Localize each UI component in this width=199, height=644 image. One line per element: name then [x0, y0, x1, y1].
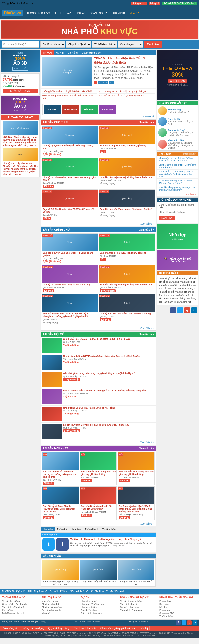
kp-tab-3[interactable]: Phòng khách: [83, 527, 100, 531]
category-select[interactable]: Chọn loại địa ốc: [66, 41, 91, 48]
sitemap-link-3-3[interactable]: Các dự án khác: [81, 609, 118, 612]
sitemap-link-1-2[interactable]: Tài chính - Công thuật: [2, 606, 39, 608]
search-input[interactable]: [2, 41, 39, 48]
cafe-more-link[interactable]: Xem thêm »: [184, 193, 196, 196]
nav-doanh-nghiep[interactable]: DOANH NGHIỆP: [88, 11, 110, 16]
tour-banner-1[interactable]: CÙNG DIAOCOLINE TOUR ẢO 3D XEM CHI TIẾT: [1, 50, 39, 72]
khao-sat-button[interactable]: KHẢO SÁT NGAY: [3, 88, 38, 93]
info-link-1[interactable]: Những phổi mua bán chờ giá thật biết mất…: [42, 90, 92, 92]
viewall-moinhat[interactable]: Xem tất cả »: [139, 447, 154, 450]
opera-ad[interactable]: RESIDENCES THE OPERA 30% CHIẾT KHẤU NHẬN…: [157, 50, 198, 100]
kp-tab-0[interactable]: Khám phá: [41, 527, 55, 531]
them-quyen-ad[interactable]: 🍳 THÊM QUYẾN RŨ CÙNG SẮC THU: [157, 250, 198, 270]
footer-link-0[interactable]: Về chúng tôi: [2, 626, 19, 630]
sitemap-link-2-4[interactable]: Văn phòng: [41, 612, 79, 614]
sitemap-link-5-0[interactable]: Phong thủy: [160, 600, 197, 602]
info-link-4[interactable]: Các thủ tục nhà đất và cải, tách quyền h…: [99, 94, 144, 97]
sitemap-link-5-5[interactable]: Thương hiệu: [160, 615, 197, 617]
login-button[interactable]: Đăng nhập: [131, 2, 146, 6]
info-link-2[interactable]: Con của người tài "cất k.thị" bong mặt t…: [99, 90, 146, 92]
tab-danang[interactable]: Đà Nẵng: [66, 50, 80, 55]
page-1[interactable]: 1: [94, 81, 97, 84]
sitemap-link-5-1[interactable]: Kiến trúc: [160, 603, 197, 606]
sitemap-link-3-1[interactable]: Khu hợp - Thương mại: [81, 603, 118, 606]
district-select[interactable]: Quận/huyện: [118, 41, 143, 48]
register-button[interactable]: Đăng ký: [149, 2, 161, 6]
footer-nav-3[interactable]: DỰ ÁN: [49, 590, 58, 593]
nav-kham-pha[interactable]: KHÁM PHÁ: [111, 11, 127, 16]
agent-4[interactable]: Phan Văn Điền Chuyên viên tư vấn Nhà Phố…: [157, 138, 198, 150]
viewall-chothue-bottom[interactable]: Xem tất cả »: [140, 222, 154, 225]
sitemap-link-3-2[interactable]: Khu nghỉ dưỡng: [81, 606, 118, 608]
type-select[interactable]: Bán/Sang nhượng Cho thuê: [40, 41, 65, 48]
page-next[interactable]: >>: [109, 81, 114, 84]
sitemap-link-4-3[interactable]: Thống kê - Quảng cáo: [120, 609, 158, 612]
nav-thong-tin[interactable]: THÔNG TIN ĐỊA ỐC: [25, 11, 51, 16]
kp-tab-4[interactable]: Thương hiệu: [100, 527, 118, 531]
sitemap-link-2-1[interactable]: Cho thuê nhà đất: [41, 603, 79, 606]
cafe-link-1[interactable]: Nhà nước: thu hồi đất làm đường được: đề…: [159, 157, 193, 162]
footer-nav-2[interactable]: SIÊU THỊ ĐỊA ỐC: [27, 590, 47, 593]
cafe-link-3[interactable]: Tranh chấp đất khó hoang chưa có giấy tờ…: [159, 170, 194, 178]
agent-1[interactable]: Thanh Sang Nhà môi giới Quận 7: [157, 105, 198, 116]
nav-du-an[interactable]: DỰ ÁN: [76, 11, 87, 16]
site-logo[interactable]: ĐiaOc.vn: [2, 10, 23, 16]
sitemap-link-5-4[interactable]: Shopping ĐDOL: [160, 612, 197, 614]
linkedin-social-icon[interactable]: in: [191, 308, 197, 314]
footer-gg-icon[interactable]: g: [187, 620, 192, 625]
footer-link-1[interactable]: Hướng dẫn sử dụng: [20, 626, 46, 630]
main-banner[interactable]: BẠN CẦN TÌM NHÀ PHỐ KHU VỰC: [1, 20, 198, 38]
sitemap-link-1-4[interactable]: Bất động sản thế giới: [2, 612, 39, 614]
sitemap-link-1-1[interactable]: Chính sách - Quy hoạch: [2, 603, 39, 606]
twitter-social-icon[interactable]: t: [177, 308, 183, 314]
viewall-cc-bottom[interactable]: Xem tất cả »: [140, 327, 154, 330]
sitemap-link-4-2[interactable]: Sự kiện - hội thảo: [120, 606, 158, 608]
logo-hung-thinh[interactable]: HUNG THINH: [62, 105, 79, 114]
sitemap-link-1-3[interactable]: Khu dự án: [2, 609, 39, 612]
sitemap-link-1-0[interactable]: Tin tức thị trường: [2, 600, 39, 602]
viewall-hm-bottom[interactable]: Xem tất cả »: [140, 441, 154, 444]
sitemap-link-5-3[interactable]: Phòng ngủ: [160, 609, 197, 612]
cafe-link-5[interactable]: Mua đất bằng giấy tay có được: Cấp phép …: [159, 186, 196, 191]
tab-hcm[interactable]: TP.HCM: [41, 50, 54, 55]
prop-link-2[interactable]: Căn hộ Cao Cấp The Navita: Phương hợp đặ…: [3, 162, 38, 176]
nha-dep-ad[interactable]: Nhà đẹp của sao: [157, 224, 198, 249]
prop-link-1[interactable]: KDC Bình Chiểu: Khu tập trung thương đầu…: [3, 136, 37, 146]
footer-link-3[interactable]: Chính sách bảo mật: [72, 626, 98, 630]
viewall-companies[interactable]: Xem tất cả: [143, 116, 154, 118]
kp-tab-1[interactable]: Phòng trào: [55, 527, 70, 531]
nav-sieu-thi[interactable]: SIÊU THỊ ĐỊA ỐC: [52, 11, 75, 16]
footer-link-2[interactable]: Quy chế hoạt động: [47, 626, 71, 630]
viewall-chothue[interactable]: Xem tất cả »: [139, 121, 154, 124]
sitemap-link-5-2[interactable]: Nội thất: [160, 606, 197, 608]
logo-styleland[interactable]: StyleLand: [99, 105, 116, 114]
tab-hanoi[interactable]: Hà Nội: [54, 50, 66, 55]
kp-tab-2[interactable]: Nhà báo: [70, 527, 83, 531]
viewall-chinhchu[interactable]: Xem tất cả »: [139, 228, 154, 231]
viewall-mn-bottom[interactable]: Xem tất cả »: [140, 522, 154, 525]
info-link-3[interactable]: TPHCM: Sẽ giảm diện tích đất tối thiểu đ…: [42, 94, 93, 99]
nav-nha-dep[interactable]: NHÀ ĐẸP: [128, 11, 142, 16]
sitemap-link-4-1[interactable]: Tài chính pháp lý: [120, 603, 158, 606]
tour-banner-2[interactable]: DIAOCOLINE TOUR ẢO 3D XEM CHI TIẾT: [1, 96, 39, 114]
page-4[interactable]: 4: [105, 81, 108, 84]
footer-link-4[interactable]: Chính sách giải quyết khiếu nại: [99, 626, 137, 630]
footer-nav-5[interactable]: KHÁM PHÁ - THẨM NGHIỆM: [91, 590, 124, 593]
province-select[interactable]: Tỉnh/Thành phố: [92, 41, 117, 48]
dn-email-input[interactable]: [159, 210, 196, 215]
footer-fb-icon[interactable]: f: [176, 620, 181, 625]
sitemap-link-2-0[interactable]: Mua bán nhà đất: [41, 600, 79, 602]
page-3[interactable]: 3: [101, 81, 105, 84]
agent-2[interactable]: Nguyễn Hà Nhà môi giới Gò Vấp, Tân Bình: [157, 116, 198, 127]
sitemap-link-2-2[interactable]: Cho thuê văn phòng: [41, 606, 79, 608]
footer-nav-4[interactable]: DOANH NGHIỆP ĐỊA ỐC: [60, 590, 89, 593]
google-social-icon[interactable]: g: [184, 308, 190, 314]
cafe-link-4[interactable]: Từ sân hè thường trước khi nhận đặt cọc:…: [159, 180, 192, 184]
footer-li-icon[interactable]: in: [193, 620, 197, 625]
footer-link-5[interactable]: Liên hệ: [138, 626, 150, 630]
viewall-hoimoi[interactable]: Xem tất cả »: [139, 333, 154, 336]
sitemap-link-3-0[interactable]: Khu công nghiệp: [81, 600, 118, 602]
search-button[interactable]: Tìm kiếm: [144, 41, 162, 48]
dn-submit-button[interactable]: ĐĂNG KÝ: [159, 216, 175, 220]
agent-3[interactable]: Giao Ngọc Như Chuyên gia thiết kế dự án …: [157, 127, 198, 138]
